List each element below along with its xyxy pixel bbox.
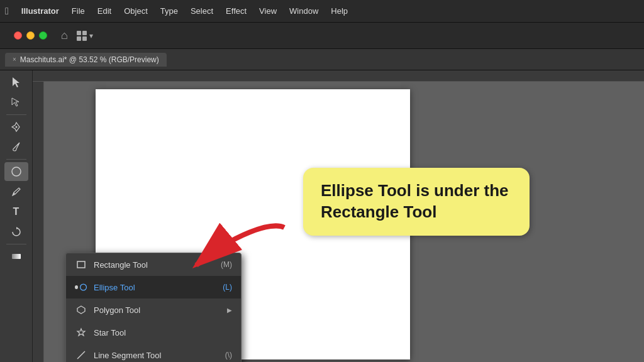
context-menu: Rectangle Tool (M) Ellipse Tool (L) [65,253,242,362]
traffic-lights [8,28,53,43]
ellipse-tool-shortcut: (L) [223,283,232,292]
pencil-tool[interactable] [4,182,28,201]
ruler-horizontal [33,70,644,82]
svg-rect-11 [77,261,85,268]
brush-tool-icon [11,141,22,153]
toolbar-separator-2 [6,159,26,160]
svg-rect-9 [12,254,21,259]
rotate-tool-icon [11,226,22,238]
illustrator-menu[interactable]: Illustrator [16,4,64,18]
tab-title: Maschituts.ai* @ 53.52 % (RGB/Preview) [20,55,159,64]
edit-menu[interactable]: Edit [92,4,116,18]
brush-tool[interactable] [4,138,28,156]
menubar:  Illustrator File Edit Object Type Sele… [0,0,644,23]
selected-dot [75,285,78,289]
line-segment-icon [76,350,86,360]
pencil-tool-icon [11,186,22,197]
main-layout: T [0,70,644,362]
file-menu[interactable]: File [67,4,90,18]
selection-tool-icon [11,77,22,88]
svg-rect-1 [82,31,87,35]
polygon-tool-label: Polygon Tool [94,305,221,315]
chevron-down-icon[interactable]: ▾ [89,31,93,40]
pen-tool-icon [11,121,22,133]
home-icon[interactable]: ⌂ [61,29,68,42]
ellipse-tool-menu-icon [75,281,87,293]
selection-tool[interactable] [4,73,28,92]
callout-tooltip: Ellipse Tool is under the Rectangle Tool [303,168,530,236]
svg-rect-2 [77,36,81,41]
type-tool-label: T [13,206,19,217]
ellipse-tool-icon [11,166,22,177]
type-tool[interactable]: T [4,202,28,221]
svg-point-12 [80,284,87,290]
apple-menu[interactable]:  [5,6,9,17]
toolbar-separator-3 [6,244,26,244]
line-segment-tool-shortcut: (\) [225,351,232,359]
grid-icon [75,30,88,42]
ellipse-tool-label: Ellipse Tool [94,283,216,292]
rectangle-tool-item[interactable]: Rectangle Tool (M) [66,253,241,276]
ellipse-tool-item[interactable]: Ellipse Tool (L) [66,276,241,299]
svg-marker-5 [12,98,19,106]
line-segment-tool-item[interactable]: Line Segment Tool (\) [66,344,241,362]
svg-marker-4 [13,77,19,87]
maximize-button[interactable] [39,31,47,40]
select-menu[interactable]: Select [186,4,218,18]
effect-menu[interactable]: Effect [221,4,252,18]
rectangle-tool-shortcut: (M) [221,260,232,269]
svg-marker-14 [77,329,85,336]
titlebar: ⌂ ▾ [0,23,644,49]
svg-marker-8 [16,227,18,229]
direct-selection-tool[interactable] [4,93,28,112]
window-menu[interactable]: Window [284,4,323,18]
polygon-submenu-arrow: ▶ [227,307,232,314]
ellipse-icon [79,282,87,292]
svg-rect-3 [82,36,87,41]
ruler-vertical [33,82,44,362]
line-segment-menu-icon [75,349,87,361]
polygon-tool-item[interactable]: Polygon Tool ▶ [66,299,241,321]
star-icon [76,327,86,337]
star-tool-item[interactable]: Star Tool [66,321,241,344]
direct-selection-icon [11,97,22,108]
shape-tool[interactable] [4,162,28,181]
workspace-switcher[interactable]: ▾ [75,30,93,42]
document-tab[interactable]: × Maschituts.ai* @ 53.52 % (RGB/Preview) [5,53,167,67]
callout-text: Ellipse Tool is under the Rectangle Tool [321,181,509,221]
svg-point-6 [15,126,17,128]
polygon-tool-menu-icon [75,304,87,316]
help-menu[interactable]: Help [326,4,353,18]
close-button[interactable] [14,31,22,40]
star-tool-menu-icon [75,326,87,339]
line-segment-tool-label: Line Segment Tool [94,351,219,360]
left-toolbar: T [0,70,33,362]
gradient-tool-icon [11,251,22,262]
minimize-button[interactable] [26,31,35,40]
polygon-icon [76,305,86,315]
svg-marker-13 [77,306,85,314]
svg-rect-0 [77,31,81,35]
tab-close-icon[interactable]: × [13,56,16,63]
type-menu[interactable]: Type [155,4,183,18]
rectangle-icon [76,260,86,270]
svg-line-15 [77,351,85,359]
pen-tool[interactable] [4,118,28,136]
star-tool-label: Star Tool [94,328,226,337]
svg-point-7 [12,167,21,176]
rectangle-tool-menu-icon [75,258,87,271]
object-menu[interactable]: Object [119,4,153,18]
view-menu[interactable]: View [254,4,282,18]
tabbar: × Maschituts.ai* @ 53.52 % (RGB/Preview) [0,49,644,70]
canvas-area: Ellipse Tool is under the Rectangle Tool… [33,70,644,362]
rectangle-tool-label: Rectangle Tool [94,260,214,270]
rotate-tool[interactable] [4,222,28,241]
toolbar-separator-1 [6,114,26,115]
gradient-tool[interactable] [4,247,28,266]
